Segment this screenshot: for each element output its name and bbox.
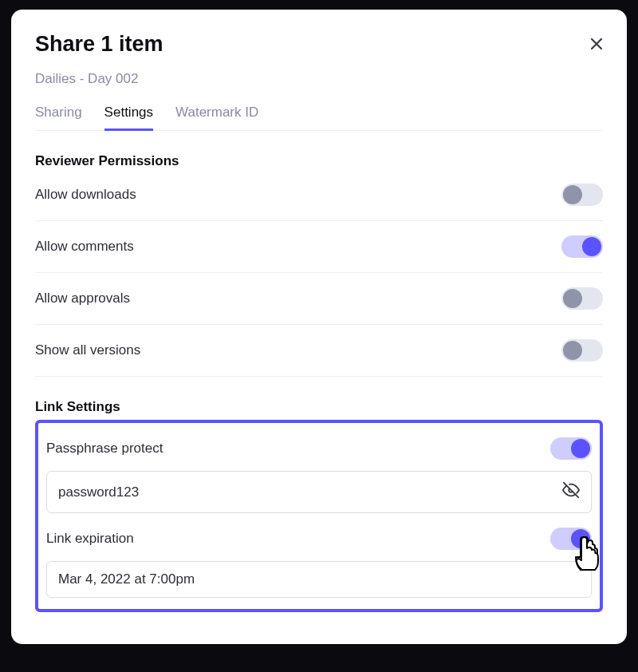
expiration-input[interactable]: Mar 4, 2022 at 7:00pm [46,561,592,598]
row-allow-comments: Allow comments [35,221,603,273]
tab-sharing[interactable]: Sharing [35,105,82,130]
row-allow-downloads: Allow downloads [35,169,603,221]
label-allow-comments: Allow comments [35,239,134,255]
toggle-allow-comments[interactable] [561,235,603,258]
label-link-expiration: Link expiration [46,531,134,547]
label-show-all-versions: Show all versions [35,342,140,358]
row-show-all-versions: Show all versions [35,325,603,377]
modal-title: Share 1 item [35,32,163,57]
passphrase-input[interactable]: password123 [46,471,592,513]
row-passphrase-protect: Passphrase protect [46,428,592,468]
label-allow-approvals: Allow approvals [35,291,130,306]
tabs: Sharing Settings Watermark ID [35,105,603,131]
toggle-link-expiration[interactable] [550,528,592,550]
section-link-settings: Link Settings [35,399,603,415]
section-reviewer-permissions: Reviewer Permissions [35,153,603,169]
link-settings-highlight: Passphrase protect password123 Link expi… [35,420,603,612]
row-link-expiration: Link expiration [46,513,592,558]
label-passphrase-protect: Passphrase protect [46,441,163,457]
tab-settings[interactable]: Settings [104,105,153,130]
label-allow-downloads: Allow downloads [35,187,136,203]
toggle-show-all-versions[interactable] [561,339,603,362]
toggle-allow-downloads[interactable] [561,184,603,206]
close-icon [590,38,603,50]
toggle-allow-approvals[interactable] [561,287,603,310]
toggle-passphrase-protect[interactable] [550,437,592,460]
close-button[interactable] [590,36,603,53]
row-allow-approvals: Allow approvals [35,273,603,325]
share-modal: Share 1 item Dailies - Day 002 Sharing S… [11,10,627,644]
expiration-value: Mar 4, 2022 at 7:00pm [58,571,195,587]
modal-header: Share 1 item [35,32,603,57]
eye-off-icon[interactable] [562,481,580,503]
modal-subtitle: Dailies - Day 002 [35,71,603,87]
passphrase-value: password123 [58,484,139,500]
tab-watermark[interactable]: Watermark ID [175,105,258,130]
